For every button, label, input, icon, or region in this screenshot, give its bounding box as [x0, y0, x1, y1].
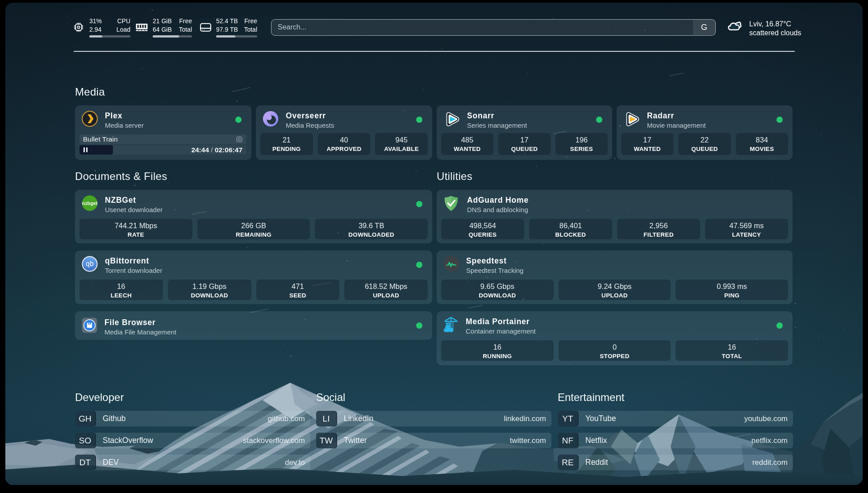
svg-text:qb: qb [86, 260, 94, 267]
svg-text:nzbget: nzbget [82, 201, 98, 206]
